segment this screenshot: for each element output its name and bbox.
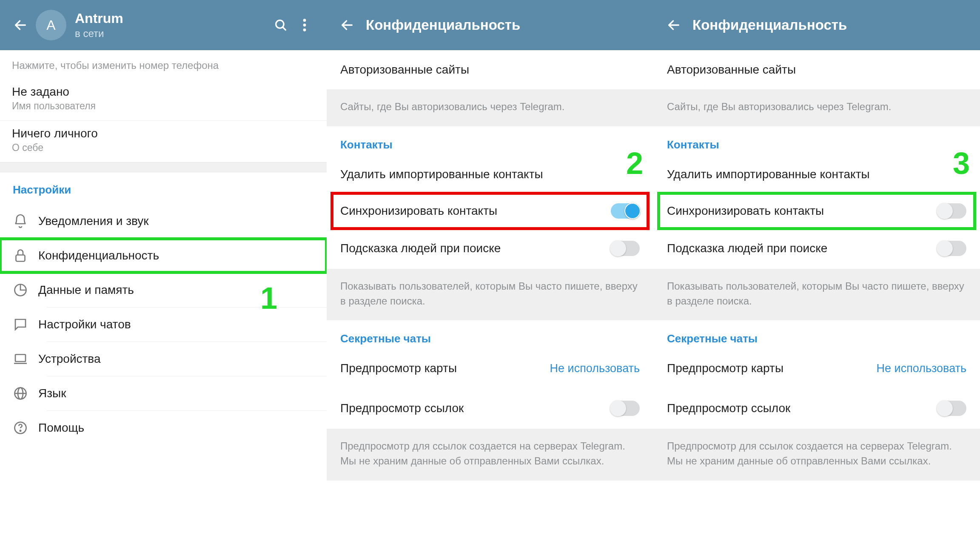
settings-item-label: Уведомления и звук bbox=[38, 214, 314, 228]
arrow-left-icon bbox=[13, 18, 28, 32]
sync-contacts-row[interactable]: Синхронизировать контакты bbox=[659, 194, 974, 228]
bio-field[interactable]: Ничего личного О себе bbox=[0, 121, 327, 162]
row-label: Предпросмотр ссылок bbox=[340, 401, 464, 415]
search-icon bbox=[273, 18, 288, 32]
help-icon bbox=[13, 420, 28, 436]
row-label: Предпросмотр ссылок bbox=[667, 401, 790, 415]
row-label: Удалить импортированные контакты bbox=[340, 168, 543, 181]
profile-name: Antrum bbox=[75, 10, 269, 26]
row-label: Авторизованные сайты bbox=[667, 63, 796, 77]
settings-item-label: Помощь bbox=[38, 421, 314, 435]
header: Конфиденциальность bbox=[653, 0, 980, 50]
arrow-left-icon bbox=[667, 18, 681, 32]
settings-item-devices[interactable]: Устройства bbox=[0, 342, 327, 376]
panel-privacy-before: Конфиденциальность Авторизованные сайты … bbox=[327, 0, 653, 558]
auth-sites-row[interactable]: Авторизованные сайты bbox=[653, 50, 980, 89]
settings-item-label: Язык bbox=[38, 387, 314, 400]
page-title: Конфиденциальность bbox=[692, 17, 970, 33]
contacts-header: Контакты bbox=[327, 126, 653, 155]
avatar[interactable]: A bbox=[36, 10, 66, 40]
map-preview-row[interactable]: Предпросмотр карты Не использовать bbox=[327, 349, 653, 388]
svg-line-2 bbox=[283, 27, 286, 30]
settings-item-notifications[interactable]: Уведомления и звук bbox=[0, 204, 327, 238]
annotation-number: 2 bbox=[626, 146, 643, 181]
header: A Antrum в сети bbox=[0, 0, 327, 50]
settings-item-chats[interactable]: Настройки чатов bbox=[0, 307, 327, 342]
profile-status: в сети bbox=[75, 28, 269, 40]
delete-contacts-row[interactable]: Удалить импортированные контакты bbox=[653, 155, 980, 194]
row-label: Подсказка людей при поиске bbox=[340, 242, 501, 255]
settings-item-label: Конфиденциальность bbox=[38, 249, 314, 262]
settings-item-language[interactable]: Язык bbox=[0, 376, 327, 410]
phone-hint[interactable]: Нажмите, чтобы изменить номер телефона bbox=[0, 50, 327, 79]
settings-item-label: Данные и память bbox=[38, 283, 314, 297]
back-button[interactable] bbox=[337, 15, 357, 35]
settings-section-title: Настройки bbox=[0, 172, 327, 204]
contacts-header: Контакты bbox=[653, 126, 980, 155]
svg-rect-8 bbox=[15, 355, 26, 362]
settings-item-label: Настройки чатов bbox=[38, 318, 314, 331]
search-button[interactable] bbox=[269, 13, 293, 37]
link-preview-row[interactable]: Предпросмотр ссылок bbox=[653, 388, 980, 429]
section-gap bbox=[0, 162, 327, 172]
back-button[interactable] bbox=[10, 15, 31, 35]
suggest-hint: Показывать пользователей, которым Вы час… bbox=[653, 269, 980, 321]
link-hint: Предпросмотр для ссылок создается на сер… bbox=[653, 429, 980, 481]
lock-icon bbox=[13, 248, 28, 263]
row-label: Синхронизировать контакты bbox=[340, 204, 497, 218]
page-title: Конфиденциальность bbox=[366, 17, 643, 33]
svg-point-3 bbox=[303, 19, 306, 22]
row-label: Предпросмотр карты bbox=[340, 362, 457, 375]
settings-item-data[interactable]: Данные и память bbox=[0, 273, 327, 307]
bell-icon bbox=[13, 214, 28, 229]
annotation-number: 3 bbox=[953, 146, 970, 181]
panel-privacy-after: Конфиденциальность Авторизованные сайты … bbox=[653, 0, 980, 558]
svg-rect-6 bbox=[16, 255, 25, 262]
svg-point-14 bbox=[20, 430, 21, 431]
delete-contacts-row[interactable]: Удалить импортированные контакты bbox=[327, 155, 653, 194]
settings-item-privacy[interactable]: Конфиденциальность bbox=[0, 239, 327, 273]
svg-point-5 bbox=[303, 28, 306, 31]
settings-item-help[interactable]: Помощь bbox=[0, 411, 327, 445]
suggest-people-toggle[interactable] bbox=[937, 241, 966, 256]
link-hint: Предпросмотр для ссылок создается на сер… bbox=[327, 429, 653, 481]
globe-icon bbox=[13, 386, 28, 401]
sync-contacts-row[interactable]: Синхронизировать контакты bbox=[333, 194, 647, 228]
row-label: Авторизованные сайты bbox=[340, 63, 469, 77]
suggest-people-row[interactable]: Подсказка людей при поиске bbox=[653, 228, 980, 269]
pie-icon bbox=[13, 282, 28, 298]
auth-sites-hint: Сайты, где Вы авторизовались через Teleg… bbox=[327, 89, 653, 126]
profile-name-block[interactable]: Antrum в сети bbox=[75, 10, 269, 40]
row-label: Удалить импортированные контакты bbox=[667, 168, 870, 181]
secret-chats-header: Секретные чаты bbox=[653, 320, 980, 349]
row-value: Не использовать bbox=[877, 362, 966, 375]
suggest-hint: Показывать пользователей, которым Вы час… bbox=[327, 269, 653, 321]
avatar-initial: A bbox=[46, 17, 55, 33]
row-label: Синхронизировать контакты bbox=[667, 204, 824, 218]
map-preview-row[interactable]: Предпросмотр карты Не использовать bbox=[653, 349, 980, 388]
sync-contacts-toggle[interactable] bbox=[937, 203, 966, 219]
settings-item-label: Устройства bbox=[38, 352, 314, 366]
row-label: Подсказка людей при поиске bbox=[667, 242, 827, 255]
secret-chats-header: Секретные чаты bbox=[327, 320, 653, 349]
username-value: Не задано bbox=[12, 85, 315, 99]
more-vert-icon bbox=[302, 18, 307, 32]
username-label: Имя пользователя bbox=[12, 100, 315, 112]
username-field[interactable]: Не задано Имя пользователя bbox=[0, 79, 327, 121]
back-button[interactable] bbox=[664, 15, 684, 35]
auth-sites-row[interactable]: Авторизованные сайты bbox=[327, 50, 653, 89]
row-value: Не использовать bbox=[550, 362, 640, 375]
suggest-people-toggle[interactable] bbox=[611, 241, 640, 256]
chat-icon bbox=[13, 317, 28, 332]
link-preview-row[interactable]: Предпросмотр ссылок bbox=[327, 388, 653, 429]
sync-contacts-toggle[interactable] bbox=[611, 203, 640, 219]
more-button[interactable] bbox=[293, 13, 316, 37]
arrow-left-icon bbox=[340, 18, 354, 32]
link-preview-toggle[interactable] bbox=[611, 401, 640, 416]
suggest-people-row[interactable]: Подсказка людей при поиске bbox=[327, 228, 653, 269]
bio-label: О себе bbox=[12, 142, 315, 154]
bio-value: Ничего личного bbox=[12, 127, 315, 140]
svg-point-4 bbox=[303, 24, 306, 27]
link-preview-toggle[interactable] bbox=[937, 401, 966, 416]
header: Конфиденциальность bbox=[327, 0, 653, 50]
